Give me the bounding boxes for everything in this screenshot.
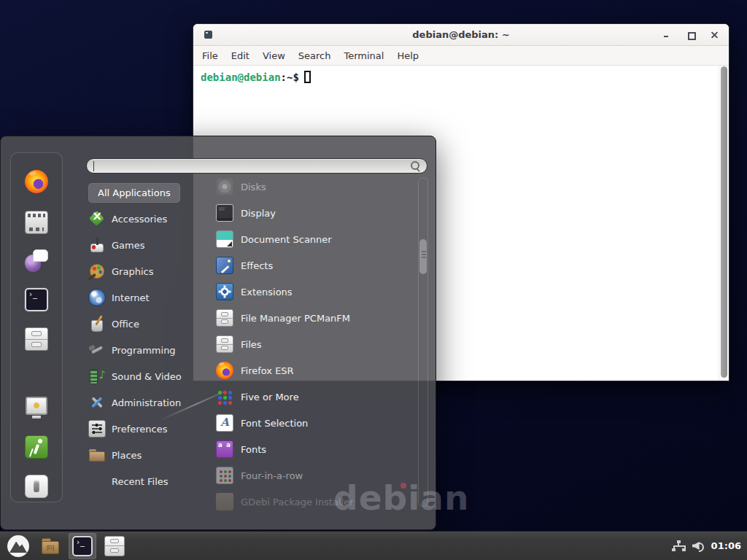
category-internet[interactable]: Internet [88,284,198,311]
category-label: Preferences [112,424,167,435]
menubar-item-help[interactable]: Help [390,50,425,61]
clock[interactable]: 01:06 [711,540,741,551]
application-label: Disks [241,182,266,192]
programming-icon [88,341,106,359]
graphics-icon [88,262,106,280]
category-preferences[interactable]: Preferences [88,416,198,442]
application-fonts[interactable]: Fonts [207,436,413,462]
search-icon [411,161,421,171]
application-file-manager-pcmanfm[interactable]: File Manager PCManFM [207,305,413,331]
firefox-icon [216,362,233,379]
prompt-user-host: debian@debian [201,71,281,83]
menu-scrollbar[interactable] [418,177,428,507]
close-button[interactable] [711,31,719,39]
application-label: Four-in-a-row [241,470,303,481]
taskbar: 01:06 [0,531,747,560]
category-all-applications[interactable]: All Applications [88,183,180,203]
terminal-scrollbar[interactable] [719,66,729,381]
places-icon [88,446,106,464]
application-four-in-a-row[interactable]: Four-in-a-row [207,462,413,489]
taskbar-item-cabinet[interactable] [101,533,128,559]
terminal-titlebar[interactable]: debian@debian: ~ [193,24,729,46]
taskbar-item-folder-d[interactable] [36,533,64,559]
soundvideo-icon [88,368,106,385]
window-title: debian@debian: ~ [193,29,729,40]
taskbar-item-menu-logo[interactable] [4,533,32,559]
favorite-logout[interactable] [24,435,49,459]
category-label: Accessories [112,214,167,225]
application-label: Display [241,208,276,219]
application-gdebi-package-installer[interactable]: GDebi Package Installer [207,489,413,515]
menu-scrollbar-thumb[interactable] [419,239,427,274]
category-programming[interactable]: Programming [88,337,198,363]
favorite-keyboard[interactable] [24,209,49,233]
category-label: Internet [112,292,150,303]
category-games[interactable]: Games [88,232,198,258]
favorite-terminal[interactable] [24,287,49,312]
shutdown-icon [25,475,48,498]
folder-d-icon [40,536,61,556]
application-font-selection[interactable]: Font Selection [207,410,413,436]
favorite-lockscreen[interactable] [24,395,49,420]
application-disks[interactable]: Disks [207,174,413,200]
category-graphics[interactable]: Graphics [88,258,198,284]
application-effects[interactable]: Effects [207,252,413,279]
category-label: Recent Files [112,476,169,487]
category-list: All Applications Accessories Games Graph… [88,183,198,494]
application-extensions[interactable]: Extensions [207,279,413,305]
application-label: Extensions [241,287,293,298]
application-label: Five or More [241,392,299,402]
menubar-item-terminal[interactable]: Terminal [337,50,390,61]
office-icon [88,315,106,332]
pidgin-icon [25,249,48,272]
menubar-item-edit[interactable]: Edit [225,50,256,61]
terminal-prompt: debian@debian:~$ [193,66,729,83]
application-label: Font Selection [241,418,308,429]
minimize-button[interactable] [662,31,670,39]
application-label: Firefox ESR [241,365,294,376]
terminal-scrollbar-thumb[interactable] [721,66,727,378]
terminal-cursor [304,71,311,83]
display-icon [216,204,233,222]
menubar-item-file[interactable]: File [196,50,225,61]
category-label: Places [112,450,142,461]
application-firefox-esr[interactable]: Firefox ESR [207,357,413,384]
category-office[interactable]: Office [88,311,198,337]
desktop: debian@debian: ~ FileEditViewSearchTermi… [0,0,747,560]
effects-icon [216,257,233,274]
terminal-icon [72,536,93,556]
category-label: Administration [112,397,181,408]
category-sound-video[interactable]: Sound & Video [88,363,198,389]
volume-icon[interactable] [692,540,705,551]
menubar-item-view[interactable]: View [256,50,292,61]
fonts-icon [216,440,233,458]
favorite-firefox[interactable] [24,169,49,194]
maximize-button[interactable] [686,31,694,39]
favorite-pidgin[interactable] [24,248,49,273]
application-label: GDebi Package Installer [241,497,354,508]
category-accessories[interactable]: Accessories [88,206,198,232]
menubar-item-search[interactable]: Search [292,50,338,61]
search-input[interactable] [86,158,427,174]
keyboard-icon [25,211,48,234]
application-label: Files [241,339,262,350]
application-document-scanner[interactable]: Document Scanner [207,226,413,252]
taskbar-launchers [0,533,128,559]
network-icon[interactable] [672,540,686,552]
category-administration[interactable]: Administration [88,389,198,416]
category-label: Graphics [112,266,153,277]
fourinarow-icon [216,467,233,484]
favorite-shutdown[interactable] [24,474,49,499]
terminal-icon [25,288,48,311]
category-recent-files[interactable]: Recent Files [88,468,198,494]
cabinet-icon [216,335,233,353]
application-label: Document Scanner [241,234,332,245]
application-display[interactable]: Display [207,200,413,226]
cabinet-icon [25,327,48,351]
application-label: File Manager PCManFM [241,313,350,324]
category-places[interactable]: Places [88,442,198,468]
application-five-or-more[interactable]: Five or More [207,384,413,410]
taskbar-item-terminal[interactable] [69,533,96,559]
application-files[interactable]: Files [207,331,413,357]
favorite-cabinet[interactable] [24,327,49,351]
